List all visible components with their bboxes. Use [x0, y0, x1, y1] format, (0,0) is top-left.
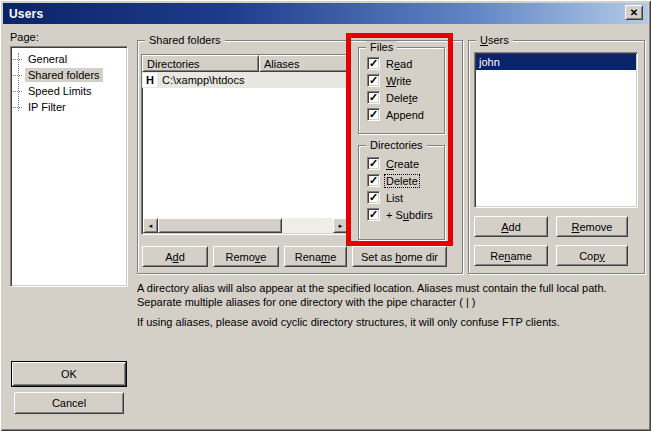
sidebar-item-general[interactable]: General	[11, 51, 127, 67]
user-item-john[interactable]: john	[476, 54, 636, 70]
user-copy-button[interactable]: Copy	[556, 245, 628, 266]
window-title: Users	[9, 7, 43, 21]
sidebar-item-label: General	[25, 52, 70, 66]
checkbox-check-icon[interactable]: ✓	[367, 208, 380, 221]
directories-group-label: Directories	[366, 139, 427, 151]
shared-folders-group-label: Shared folders	[145, 34, 225, 46]
alias-help-text: A directory alias will also appear at th…	[137, 281, 629, 329]
users-list: john	[474, 52, 638, 208]
users-dialog: Users ✕ Page: General Shared folders Spe…	[0, 0, 651, 431]
alias-help-paragraph-2: If using aliases, please avoid cyclic di…	[137, 315, 629, 329]
page-label: Page:	[10, 31, 39, 43]
directories-group: Directories ✓ Create ✓ Delete ✓ List ✓ +…	[358, 145, 445, 240]
files-group: Files ✓ Read ✓ Write ✓ Delete ✓ Append	[358, 47, 445, 134]
alias-help-paragraph-1: A directory alias will also appear at th…	[137, 281, 629, 309]
checkbox-check-icon[interactable]: ✓	[367, 174, 380, 187]
directory-path: C:\xampp\htdocs	[157, 74, 245, 86]
checkbox-append[interactable]: ✓ Append	[359, 106, 444, 123]
list-header: Directories Aliases	[142, 55, 349, 72]
user-name: john	[479, 56, 500, 68]
user-rename-button[interactable]: Rename	[474, 245, 548, 266]
checkbox-check-icon[interactable]: ✓	[367, 191, 380, 204]
scroll-right-icon[interactable]: ►	[333, 218, 348, 233]
directory-row[interactable]: H C:\xampp\htdocs	[142, 72, 349, 88]
folder-add-button[interactable]: Add	[142, 246, 208, 267]
column-header-directories[interactable]: Directories	[142, 55, 259, 72]
checkbox-delete-file[interactable]: ✓ Delete	[359, 89, 444, 106]
sidebar-item-label: IP Filter	[25, 100, 69, 114]
scrollbar-thumb[interactable]	[158, 218, 282, 233]
ok-button[interactable]: OK	[12, 362, 126, 386]
checkbox-create[interactable]: ✓ Create	[359, 155, 444, 172]
files-group-label: Files	[366, 41, 397, 53]
checkbox-list[interactable]: ✓ List	[359, 189, 444, 206]
shared-folders-list: Directories Aliases H C:\xampp\htdocs ◄ …	[141, 54, 350, 235]
checkbox-write[interactable]: ✓ Write	[359, 72, 444, 89]
close-button[interactable]: ✕	[625, 5, 643, 20]
folder-rename-button[interactable]: Rename	[284, 246, 347, 267]
sidebar-item-label: Speed Limits	[25, 84, 95, 98]
checkbox-subdirs[interactable]: ✓ + Subdirs	[359, 206, 444, 223]
checkbox-check-icon[interactable]: ✓	[367, 157, 380, 170]
user-remove-button[interactable]: Remove	[556, 216, 628, 237]
checkbox-check-icon[interactable]: ✓	[367, 91, 380, 104]
close-icon: ✕	[630, 8, 638, 18]
checkbox-delete-dir[interactable]: ✓ Delete	[359, 172, 444, 189]
sidebar-item-ip-filter[interactable]: IP Filter	[11, 99, 127, 115]
folder-remove-button[interactable]: Remove	[213, 246, 279, 267]
column-header-aliases[interactable]: Aliases	[259, 55, 349, 72]
page-list: General Shared folders Speed Limits IP F…	[10, 46, 128, 287]
checkbox-read[interactable]: ✓ Read	[359, 55, 444, 72]
checkbox-check-icon[interactable]: ✓	[367, 74, 380, 87]
set-as-home-dir-button[interactable]: Set as home dir	[352, 246, 447, 267]
sidebar-item-speed-limits[interactable]: Speed Limits	[11, 83, 127, 99]
title-bar: Users	[3, 3, 648, 24]
scroll-left-icon[interactable]: ◄	[143, 218, 158, 233]
checkbox-check-icon[interactable]: ✓	[367, 57, 380, 70]
sidebar-item-label: Shared folders	[25, 68, 103, 82]
users-group-label: Users	[476, 34, 513, 46]
horizontal-scrollbar[interactable]: ◄ ►	[143, 218, 348, 233]
sidebar-item-shared-folders[interactable]: Shared folders	[11, 67, 127, 83]
cancel-button[interactable]: Cancel	[14, 392, 124, 414]
home-flag: H	[143, 73, 157, 87]
checkbox-check-icon[interactable]: ✓	[367, 108, 380, 121]
user-add-button[interactable]: Add	[474, 216, 548, 237]
